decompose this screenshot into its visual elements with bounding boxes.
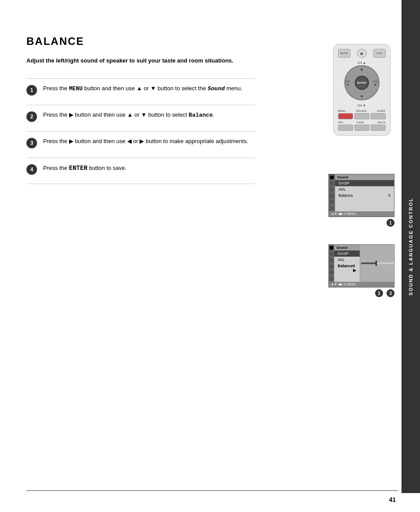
review-btn (354, 113, 369, 119)
balance-label: Balance (189, 112, 213, 118)
menu-content-1: Sound DASP AVL Balance 0 (335, 174, 394, 211)
remote-control: MUTE ⏻ FCR CH ▲ ▲ ▼ VOL◀ VOL▶ (333, 44, 391, 136)
remote-labels-row2: APC DASP ARC/A (338, 121, 386, 124)
enter-button-label: ENTER (69, 165, 88, 172)
menu-row-balance-2: Balance 0 ▶ (334, 263, 360, 273)
badge-2: 2 (375, 289, 383, 297)
menu-footer-2: ▲▼ ◀▶ ⊙ MENU (329, 282, 394, 287)
icon-2-4 (330, 265, 333, 268)
icon-strip-1 (329, 174, 335, 211)
icon-2-3 (330, 258, 333, 262)
sleep-label: SLEEP (377, 110, 385, 112)
menu-title-1: Sound (335, 174, 394, 180)
icon-4 (330, 194, 334, 198)
menu-footer-1: ▲▼ ◀▶ ⊙ MENU (329, 211, 394, 217)
sound-menu-label: Sound (208, 85, 225, 92)
apc-btn (338, 125, 353, 131)
icon-strip-2 (329, 245, 334, 282)
enter-button: ENTER (355, 76, 369, 90)
slider-panel (360, 245, 395, 282)
fcr-label: FCR (376, 52, 382, 55)
icon-6 (330, 206, 334, 210)
footer-text-1: ▲▼ ◀▶ ⊙ MENU (331, 212, 356, 216)
power-button: ⏻ (357, 49, 367, 58)
icon-2-6 (330, 277, 333, 280)
slider-fill-right (376, 262, 394, 264)
step-3: 3 Press the ▶ button and then use ◀ or ▶… (26, 131, 255, 158)
footer-text-2: ▲▼ ◀▶ ⊙ MENU (331, 283, 356, 286)
ch-up-label: CH ▲ (338, 61, 386, 64)
step-4: 4 Press the ENTER button to save. (26, 158, 255, 184)
remote-dpad: ▲ ▼ VOL◀ VOL▶ ENTER (344, 65, 379, 100)
page-description: Adjust the left/right sound of speaker t… (26, 56, 247, 65)
step-4-text: Press the ENTER button to save. (43, 163, 126, 173)
icon-2-2 (330, 252, 333, 256)
step-1-text: Press the MENU button and then use ▲ or … (43, 84, 242, 94)
icon-3 (330, 188, 334, 192)
menu-screenshot-2: Sound DASP AVL Balance 0 ▶ (328, 244, 394, 287)
remote-labels-row1: MENU REVIEW SLEEP (338, 110, 386, 112)
apc-label: APC (338, 121, 343, 124)
step-2-number: 2 (26, 111, 37, 122)
fcr-button: FCR (373, 49, 386, 58)
step-1-number: 1 (26, 85, 37, 96)
remote-illustration: MUTE ⏻ FCR CH ▲ ▲ ▼ VOL◀ VOL▶ (328, 44, 396, 136)
slider-thumb (376, 261, 377, 266)
slider-fill-left (361, 262, 376, 264)
menu-row-dasp-2: DASP (334, 250, 360, 257)
balance-text-1: Balance (339, 193, 353, 198)
icon-2-5 (330, 271, 333, 274)
remote-btn-row1 (338, 113, 386, 119)
step-2: 2 Press the ▶ button and then use ▲ or ▼… (26, 105, 255, 131)
dasp-btn (354, 125, 369, 131)
sidebar-label: SOUND & LANGUAGE CONTROL (408, 198, 413, 295)
menu-screenshot-2-container: Sound DASP AVL Balance 0 ▶ (328, 244, 394, 297)
enter-label: ENTER (357, 81, 366, 84)
menu-body-1: Sound DASP AVL Balance 0 (329, 174, 394, 211)
menu-title-2: Sound (334, 245, 360, 250)
mute-button: MUTE (338, 49, 350, 58)
icon-5 (330, 200, 334, 204)
dpad-down: ▼ (360, 94, 364, 99)
balance-slider (361, 261, 394, 265)
badges-23-container: 2 3 (328, 289, 394, 297)
arc-btn (371, 125, 386, 131)
slider-track (361, 262, 394, 264)
menu-screenshot-1-container: Sound DASP AVL Balance 0 ▲▼ ◀▶ ⊙ MENU 1 (328, 174, 394, 227)
ch-down-label: CH ▼ (338, 104, 386, 107)
menu-row-avl-2: AVL (334, 257, 360, 263)
menu-row-dasp-1: DASP (335, 180, 394, 186)
dpad-up: ▲ (360, 67, 364, 71)
balance-text-2: Balance (338, 264, 353, 273)
vol-right: VOL▶ (373, 80, 378, 86)
remote-top-buttons: MUTE ⏻ FCR (338, 49, 386, 58)
bottom-divider (26, 490, 398, 491)
menu-row-avl-1: AVL (335, 186, 394, 192)
balance-value-2: 0 ▶ (353, 264, 356, 273)
remote-btn-row2 (338, 125, 386, 131)
badge-3: 3 (387, 289, 394, 297)
steps-container: 1 Press the MENU button and then use ▲ o… (26, 78, 255, 184)
icon-2-1 (330, 246, 333, 250)
badge-1: 1 (387, 219, 394, 227)
menu-btn (338, 113, 353, 119)
arc-label: ARC/A (377, 121, 385, 124)
step-1: 1 Press the MENU button and then use ▲ o… (26, 78, 255, 105)
review-label: REVIEW (356, 110, 367, 112)
menu-row-balance-1: Balance 0 (335, 192, 394, 199)
vol-left: VOL◀ (345, 80, 350, 86)
badge-1-container: 1 (328, 219, 394, 227)
icon-1 (330, 176, 334, 179)
dasp-label: DASP (357, 121, 364, 124)
page-number: 41 (389, 496, 396, 503)
menu-button-label: MENU (69, 85, 83, 92)
step-3-text: Press the ▶ button and then use ◀ or ▶ b… (43, 137, 248, 146)
step-4-number: 4 (26, 164, 37, 175)
sleep-btn (371, 113, 386, 119)
menu-label-remote: MENU (338, 110, 346, 112)
menu-body-2: Sound DASP AVL Balance 0 ▶ (329, 245, 394, 282)
sidebar-right: SOUND & LANGUAGE CONTROL (402, 0, 420, 493)
icon-2 (330, 182, 334, 185)
step-2-text: Press the ▶ button and then use ▲ or ▼ b… (43, 111, 214, 120)
menu-screenshot-1: Sound DASP AVL Balance 0 ▲▼ ◀▶ ⊙ MENU (328, 174, 394, 217)
